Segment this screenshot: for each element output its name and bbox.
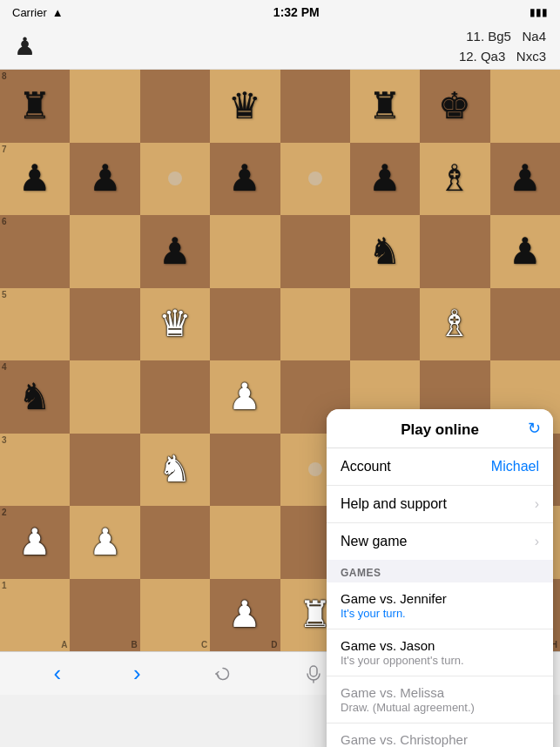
new-game-row[interactable]: New game ›	[327, 523, 553, 560]
cell-f7[interactable]: ♟	[350, 143, 420, 216]
cell-b3[interactable]	[70, 434, 139, 507]
time-label: 1:32 PM	[273, 5, 320, 19]
cell-c2[interactable]	[140, 506, 210, 579]
cell-a7[interactable]: 7♟	[0, 143, 70, 216]
forward-button[interactable]: ›	[126, 653, 148, 694]
new-game-label: New game	[341, 534, 407, 549]
cell-a3[interactable]: 3	[0, 434, 70, 507]
cell-b7[interactable]: ♟	[70, 143, 139, 216]
game-melissa-title: Game vs. Melissa	[341, 685, 539, 700]
account-label: Account	[341, 459, 391, 474]
cell-g8[interactable]: ♚	[420, 70, 489, 143]
wifi-icon: ▲	[52, 6, 64, 19]
cell-a2[interactable]: 2♟	[0, 506, 70, 579]
cell-a5[interactable]: 5	[0, 288, 70, 361]
cell-a8[interactable]: 8♜	[0, 70, 70, 143]
cell-c6[interactable]: ♟	[140, 215, 210, 288]
move-12: 12. Qa3	[459, 49, 505, 64]
cell-e5[interactable]	[280, 288, 350, 361]
chess-board-container: 8♜ ♛ ♜ ♚ 7♟ ♟ ♟ ♟ ♗ ♟ 6 ♟ ♞ ♟ 5 ♛ ♗	[0, 70, 560, 651]
cell-e6[interactable]	[280, 215, 350, 288]
cell-b1[interactable]: B	[70, 579, 139, 652]
svg-rect-0	[310, 666, 317, 676]
cell-b6[interactable]	[70, 215, 139, 288]
game-jennifer-title: Game vs. Jennifer	[341, 591, 539, 606]
history-button[interactable]	[206, 657, 240, 690]
move-notation: ♟ 11. Bg5 Na4 12. Qa3 Nxc3	[0, 24, 560, 70]
pawn-icon: ♟	[14, 32, 36, 61]
cell-d8[interactable]: ♛	[210, 70, 280, 143]
games-section-header: GAMES	[327, 560, 553, 582]
cell-d5[interactable]	[210, 288, 280, 361]
game-jennifer-subtitle: It's your turn.	[341, 607, 539, 620]
cell-c7[interactable]	[140, 143, 210, 216]
game-melissa-subtitle: Draw. (Mutual agreement.)	[341, 701, 539, 714]
popup-refresh-button[interactable]: ↻	[528, 419, 541, 438]
back-button[interactable]: ‹	[46, 653, 68, 694]
cell-d2[interactable]	[210, 506, 280, 579]
new-game-chevron-icon: ›	[535, 534, 539, 549]
cell-c3[interactable]: ♞	[140, 434, 210, 507]
cell-h6[interactable]: ♟	[490, 215, 560, 288]
cell-b8[interactable]	[70, 70, 139, 143]
game-jason-row[interactable]: Game vs. Jason It's your opponent's turn…	[327, 629, 553, 676]
help-row[interactable]: Help and support ›	[327, 486, 553, 523]
popup-menu-section: Account Michael Help and support › New g…	[327, 448, 553, 560]
carrier-label: Carrier	[12, 6, 47, 19]
cell-g7[interactable]: ♗	[420, 143, 489, 216]
game-jason-subtitle: It's your opponent's turn.	[341, 654, 539, 667]
cell-d3[interactable]	[210, 434, 280, 507]
status-bar-right: ▮▮▮	[530, 6, 548, 18]
cell-e7[interactable]	[280, 143, 350, 216]
cell-c5[interactable]: ♛	[140, 288, 210, 361]
cell-a6[interactable]: 6	[0, 215, 70, 288]
cell-f6[interactable]: ♞	[350, 215, 420, 288]
cell-b5[interactable]	[70, 288, 139, 361]
cell-c4[interactable]	[140, 360, 210, 434]
mic-button[interactable]	[298, 657, 329, 690]
cell-g6[interactable]	[420, 215, 489, 288]
game-jennifer-row[interactable]: Game vs. Jennifer It's your turn.	[327, 582, 553, 629]
cell-h7[interactable]: ♟	[490, 143, 560, 216]
cell-e8[interactable]	[280, 70, 350, 143]
cell-h5[interactable]	[490, 288, 560, 361]
moves-text: 11. Bg5 Na4 12. Qa3 Nxc3	[459, 27, 546, 66]
cell-b4[interactable]	[70, 360, 139, 434]
cell-c1[interactable]: C	[140, 579, 210, 652]
cell-f5[interactable]	[350, 288, 420, 361]
cell-a1[interactable]: 1A	[0, 579, 70, 652]
cell-d4[interactable]: ♟	[210, 360, 280, 434]
help-label: Help and support	[341, 496, 447, 512]
account-value: Michael	[491, 459, 539, 474]
cell-d6[interactable]	[210, 215, 280, 288]
game-christopher-row[interactable]: Game vs. Christopher Your opponent resig…	[327, 723, 553, 747]
cell-d1[interactable]: D♟	[210, 579, 280, 652]
account-row[interactable]: Account Michael	[327, 448, 553, 486]
cell-b2[interactable]: ♟	[70, 506, 139, 579]
cell-h8[interactable]	[490, 70, 560, 143]
move-11-reply: Na4	[522, 29, 546, 44]
status-bar-left: Carrier ▲	[12, 6, 64, 19]
help-chevron-icon: ›	[535, 496, 539, 512]
status-bar: Carrier ▲ 1:32 PM ▮▮▮	[0, 0, 560, 24]
game-christopher-title: Game vs. Christopher	[341, 732, 539, 747]
popup-header: Play online ↻	[327, 409, 553, 448]
cell-d7[interactable]: ♟	[210, 143, 280, 216]
game-jason-title: Game vs. Jason	[341, 638, 539, 653]
popup-title: Play online	[401, 421, 479, 439]
game-melissa-row[interactable]: Game vs. Melissa Draw. (Mutual agreement…	[327, 676, 553, 723]
games-section: Game vs. Jennifer It's your turn. Game v…	[327, 582, 553, 747]
move-12-reply: Nxc3	[516, 49, 546, 64]
cell-c8[interactable]	[140, 70, 210, 143]
cell-f8[interactable]: ♜	[350, 70, 420, 143]
cell-a4[interactable]: 4♞	[0, 360, 70, 434]
move-11: 11. Bg5	[466, 29, 511, 44]
popup-panel: Play online ↻ Account Michael Help and s…	[327, 409, 553, 747]
battery-icon: ▮▮▮	[530, 6, 548, 18]
cell-g5[interactable]: ♗	[420, 288, 489, 361]
